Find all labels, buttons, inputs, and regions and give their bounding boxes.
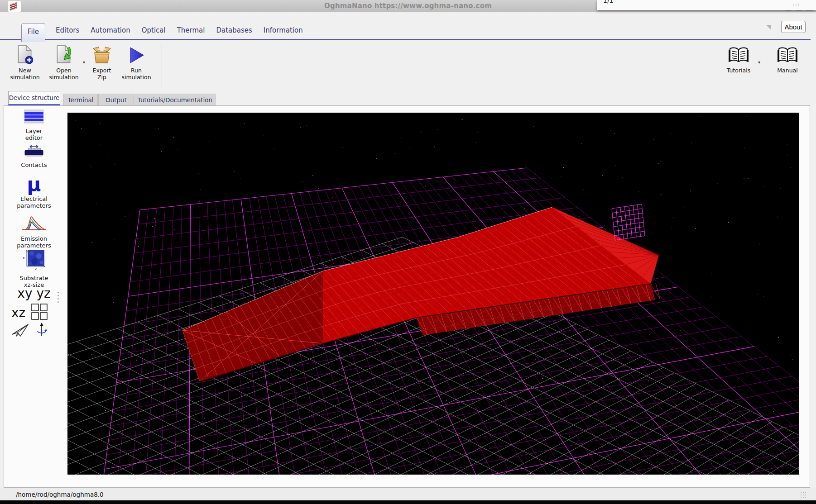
button-label: Run simulation (121, 67, 151, 81)
axis-z-label: z (35, 267, 37, 271)
screen-edge (0, 500, 816, 504)
button-label: Open simulation (49, 67, 78, 81)
about-button[interactable]: About (781, 21, 806, 33)
view-xz-label[interactable]: xz (11, 305, 25, 320)
package-box-icon (92, 44, 112, 64)
button-label: Export Zip (93, 67, 111, 81)
spectrum-peak-icon (21, 214, 47, 233)
page-indicator: 1/1 (603, 0, 614, 4)
open-book-icon (728, 44, 749, 64)
contacts-icon (23, 145, 45, 159)
corner-grip-icon (765, 25, 771, 30)
open-document-icon (55, 44, 73, 64)
document-tabs: Device structure Terminal Output Tutoria… (0, 93, 816, 105)
view-buttons-xy-yz[interactable]: xy yz (11, 286, 57, 301)
manual-button[interactable]: Manual (771, 44, 804, 88)
tutorials-button[interactable]: Tutorials (722, 44, 755, 88)
sidebar-item-layer-editor[interactable]: Layer editor (11, 109, 57, 142)
substrate-image-icon: x z (22, 249, 46, 272)
menu-item-optical[interactable]: Optical (141, 26, 167, 34)
oghmanano-window: OghmaNano https://www.oghma-nano.com 1/1… (0, 0, 816, 504)
sidebar-item-label: Contacts (21, 162, 47, 168)
new-document-icon (16, 44, 34, 64)
button-label: New simulation (10, 67, 39, 81)
menu-item-file[interactable]: File (21, 23, 45, 42)
sidebar-item-label: Layer editor (25, 128, 43, 142)
current-path: /home/rod/oghma/oghma8.0 (16, 491, 104, 498)
paper-plane-icon[interactable] (11, 322, 29, 339)
sidebar-item-label: Emission parameters (17, 235, 51, 249)
drag-handle-dots-icon[interactable] (793, 4, 794, 5)
toolbar-separator (117, 43, 117, 88)
toolbar-separator (162, 43, 162, 88)
menu-item-editors[interactable]: Editors (55, 26, 80, 34)
axis-x-label: x (23, 256, 25, 260)
sidebar-item-contacts[interactable]: Contacts (11, 145, 57, 168)
device-structure-panel: Layer editor Contacts μ Elec (4, 105, 810, 488)
toolbar: New simulation Open simulation ▾ (0, 41, 816, 93)
sidebar-item-electrical-parameters[interactable]: μ Electrical parameters (11, 176, 57, 209)
tutorials-dropdown-arrow-icon[interactable]: ▾ (758, 60, 760, 65)
sidebar-item-emission-parameters[interactable]: Emission parameters (11, 214, 57, 249)
view-xy-yz-label[interactable]: xy yz (17, 286, 50, 301)
tab-output[interactable]: Output (98, 94, 134, 105)
open-simulation-button[interactable]: Open simulation (47, 44, 81, 88)
button-label: Tutorials (727, 67, 750, 74)
button-label: Manual (777, 67, 797, 74)
run-simulation-button[interactable]: Run simulation (120, 44, 153, 88)
open-book-icon (777, 44, 798, 64)
export-zip-button[interactable]: Export Zip (85, 44, 119, 88)
view-tools (11, 322, 57, 339)
play-icon (127, 44, 145, 64)
sidebar-item-substrate-xz-size[interactable]: x z Substrate xz-size (11, 249, 57, 289)
overlapping-window[interactable]: 1/1 (597, 0, 816, 10)
grid-view-icon[interactable] (31, 303, 48, 322)
tab-tutorials-documentation[interactable]: Tutorials/Documentation (134, 94, 216, 105)
mu-icon: μ (27, 176, 41, 193)
menu-item-information[interactable]: Information (263, 26, 304, 34)
sidebar-item-label: Electrical parameters (17, 195, 51, 209)
tab-terminal[interactable]: Terminal (63, 94, 98, 105)
new-simulation-button[interactable]: New simulation (8, 44, 42, 88)
sidebar: Layer editor Contacts μ Elec (4, 106, 67, 487)
statusbar: /home/rod/oghma/oghma8.0 (0, 488, 816, 501)
menu-item-thermal[interactable]: Thermal (176, 26, 206, 34)
menubar: File Editors Automation Optical Thermal … (0, 12, 816, 41)
menu-item-databases[interactable]: Databases (215, 26, 253, 34)
menubar-divider (0, 39, 811, 40)
splitter-handle[interactable] (58, 292, 59, 293)
3d-device-view[interactable] (67, 113, 799, 475)
layers-icon (23, 109, 45, 125)
tab-device-structure[interactable]: Device structure (8, 91, 60, 105)
resize-grip-icon[interactable] (801, 492, 802, 493)
view-buttons-xz[interactable]: xz (11, 303, 57, 322)
rotate-axis-icon[interactable] (36, 322, 48, 339)
menu-item-automation[interactable]: Automation (90, 26, 131, 34)
